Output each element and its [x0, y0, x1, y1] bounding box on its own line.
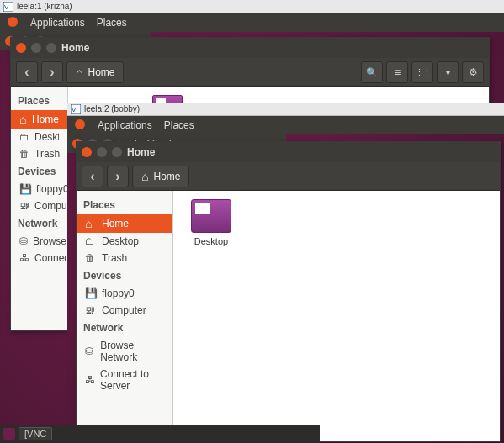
- vnc-title-2: leela:2 (bobby): [84, 104, 140, 113]
- sidebar-item-label: Home: [32, 113, 59, 125]
- toolbar-2: Home: [77, 162, 500, 191]
- vnc-title-bar-1: V leela:1 (krizna): [0, 0, 504, 13]
- sidebar-item-label: Desktop: [34, 131, 59, 143]
- computer-icon: 🖳: [85, 304, 97, 316]
- sidebar-1: Places Home 🗀 Desktop 🗑 Trash Devices 💾 …: [11, 87, 68, 330]
- trash-icon: 🗑: [19, 148, 29, 160]
- sidebar-item-label: Trash: [102, 252, 127, 264]
- list-view-button[interactable]: [386, 61, 408, 83]
- floppy-icon: 💾: [19, 183, 31, 195]
- sidebar-head-devices: Devices: [11, 162, 67, 181]
- sidebar-item-desktop[interactable]: 🗀 Desktop: [77, 233, 172, 250]
- home-icon: [19, 113, 27, 126]
- svg-point-5: [75, 119, 85, 129]
- panel-menu-places[interactable]: Places: [97, 17, 127, 29]
- sidebar-item-label: floppy0: [102, 287, 135, 299]
- content-area-2[interactable]: Desktop: [173, 191, 500, 441]
- sidebar-item-connect-server[interactable]: 🖧 Connect to Server: [77, 366, 172, 394]
- server-icon: 🖧: [85, 374, 95, 386]
- sidebar-head-places: Places: [11, 92, 67, 110]
- sidebar-item-home[interactable]: Home: [77, 214, 172, 233]
- sidebar-item-home[interactable]: Home: [11, 110, 67, 129]
- window-title: Home: [127, 146, 155, 158]
- breadcrumb-home[interactable]: Home: [132, 166, 189, 187]
- back-icon: [90, 169, 94, 184]
- sidebar-item-computer[interactable]: 🖳 Comput: [11, 198, 67, 214]
- sidebar-item-label: Home: [102, 218, 129, 229]
- sidebar-item-trash[interactable]: 🗑 Trash: [11, 145, 67, 162]
- back-icon: [24, 65, 29, 80]
- sidebar-item-browse[interactable]: ⛁ Browse: [11, 233, 67, 250]
- sidebar-item-label: Connect: [34, 252, 68, 264]
- computer-icon: 🖳: [19, 200, 29, 212]
- panel-menu-applications[interactable]: Applications: [30, 17, 85, 29]
- toolbar-1: Home: [11, 58, 489, 87]
- home-icon: [141, 170, 148, 183]
- back-button[interactable]: [82, 166, 103, 187]
- forward-button[interactable]: [107, 166, 129, 187]
- search-button[interactable]: [361, 61, 383, 83]
- forward-icon: [115, 169, 119, 184]
- close-icon[interactable]: [82, 147, 92, 157]
- forward-button[interactable]: [41, 61, 63, 83]
- server-icon: 🖧: [19, 252, 29, 264]
- window-titlebar-2[interactable]: Home: [77, 142, 500, 162]
- panel-menu-applications[interactable]: Applications: [98, 119, 152, 131]
- sidebar-head-network: Network: [77, 319, 172, 337]
- sidebar-item-label: floppy0: [36, 183, 68, 195]
- svg-text:V: V: [72, 106, 77, 113]
- window-titlebar-1[interactable]: Home: [11, 38, 489, 58]
- chevron-down-icon: [446, 66, 450, 78]
- taskbar-item-vnc[interactable]: [VNC: [19, 427, 52, 440]
- breadcrumb-label: Home: [153, 171, 180, 182]
- launcher-icon[interactable]: [3, 428, 15, 440]
- vnc-logo-icon: V: [3, 2, 13, 12]
- list-view-icon: [394, 66, 401, 79]
- sidebar-item-computer[interactable]: 🖳 Computer: [77, 302, 172, 319]
- svg-text:V: V: [4, 3, 9, 11]
- maximize-icon[interactable]: [46, 43, 56, 53]
- gear-icon: [469, 66, 478, 78]
- trash-icon: 🗑: [85, 252, 97, 264]
- sidebar-item-label: Trash: [34, 148, 60, 160]
- folder-icon: [191, 199, 231, 233]
- network-icon: ⛁: [19, 235, 28, 247]
- sidebar-item-desktop[interactable]: 🗀 Desktop: [11, 129, 67, 145]
- minimize-icon[interactable]: [31, 43, 41, 53]
- grid-view-icon: [415, 66, 430, 78]
- breadcrumb-home[interactable]: Home: [66, 61, 124, 83]
- folder-desktop[interactable]: Desktop: [182, 199, 241, 246]
- sidebar-item-connect[interactable]: 🖧 Connect: [11, 250, 67, 266]
- minimize-icon[interactable]: [97, 147, 107, 157]
- view-dropdown-button[interactable]: [437, 61, 459, 83]
- ubuntu-logo-icon: [7, 16, 19, 30]
- floppy-icon: 💾: [85, 287, 97, 299]
- vnc-title-bar-2: V leela:2 (bobby): [67, 103, 504, 116]
- sidebar-item-label: Desktop: [102, 235, 139, 247]
- sidebar-item-label: Connect to Server: [100, 368, 164, 392]
- ubuntu-logo-icon: [74, 119, 86, 133]
- sidebar-item-floppy[interactable]: 💾 floppy0: [11, 181, 67, 198]
- home-icon: [85, 217, 97, 230]
- folder-icon: 🗀: [19, 131, 29, 143]
- network-icon: ⛁: [85, 345, 95, 357]
- close-icon[interactable]: [16, 43, 26, 53]
- maximize-icon[interactable]: [112, 147, 122, 157]
- gear-button[interactable]: [462, 61, 484, 83]
- panel-menu-places[interactable]: Places: [164, 119, 194, 131]
- vnc-logo-icon: V: [71, 104, 81, 114]
- folder-icon: 🗀: [85, 235, 97, 247]
- breadcrumb-label: Home: [88, 66, 114, 78]
- forward-icon: [50, 65, 54, 80]
- sidebar-item-browse-network[interactable]: ⛁ Browse Network: [77, 337, 172, 366]
- sidebar-head-network: Network: [11, 214, 67, 233]
- sidebar-item-floppy[interactable]: 💾 floppy0: [77, 285, 172, 302]
- vnc-title-1: leela:1 (krizna): [17, 2, 72, 11]
- gnome-panel-1: Applications Places: [0, 13, 504, 32]
- sidebar-head-devices: Devices: [77, 266, 172, 285]
- home-icon: [76, 66, 82, 79]
- grid-view-button[interactable]: [411, 61, 433, 83]
- back-button[interactable]: [16, 61, 38, 83]
- sidebar-item-trash[interactable]: 🗑 Trash: [77, 250, 172, 266]
- taskbar: [VNC: [0, 425, 320, 443]
